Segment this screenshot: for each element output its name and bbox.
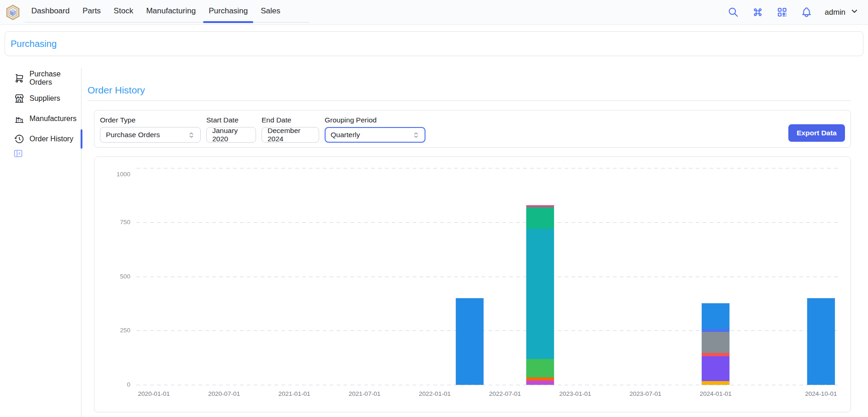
chevron-updown-icon	[188, 132, 195, 139]
end-date-input[interactable]: December 2024	[262, 127, 319, 143]
nav-tab-purchasing[interactable]: Purchasing	[202, 0, 254, 22]
top-navbar: DashboardPartsStockManufacturingPurchasi…	[0, 0, 868, 25]
bar-2024-10-01[interactable]	[807, 298, 835, 385]
bell-icon[interactable]	[800, 6, 812, 18]
x-axis-tick-label: 2024-10-01	[791, 390, 851, 397]
gridline-1000	[136, 168, 839, 168]
nav-tab-stock[interactable]: Stock	[107, 0, 140, 22]
bar-segment	[526, 359, 554, 377]
sidebar-item-purchase-orders[interactable]: Purchase Orders	[0, 68, 81, 88]
chart-area: 025050075010002020-01-012020-07-012021-0…	[94, 157, 851, 412]
page-title: Purchasing	[11, 39, 57, 49]
start-date-field: Start Date January 2020	[206, 116, 256, 143]
sidebar-items: Purchase OrdersSuppliersManufacturersOrd…	[0, 68, 81, 149]
bar-segment	[526, 229, 554, 359]
command-icon[interactable]	[751, 6, 763, 18]
y-axis-tick-label: 500	[94, 273, 130, 280]
end-date-field: End Date December 2024	[262, 116, 319, 143]
section-divider	[87, 100, 851, 101]
sidebar-item-label: Order History	[29, 135, 73, 143]
x-axis-tick-label: 2020-07-01	[194, 390, 255, 397]
chevron-down-icon	[850, 7, 859, 17]
y-axis-tick-label: 1000	[94, 171, 130, 178]
order-type-select[interactable]: Purchase Orders	[100, 127, 201, 143]
bar-segment	[702, 356, 729, 381]
bar-2022-10-01[interactable]	[526, 205, 554, 385]
end-date-label: End Date	[262, 116, 319, 124]
y-axis-tick-label: 0	[94, 381, 130, 388]
bar-segment	[807, 298, 835, 385]
user-name: admin	[825, 8, 845, 17]
filter-bar: Order Type Purchase Orders Start Date Ja…	[94, 110, 851, 148]
page-header: Purchasing	[5, 31, 863, 56]
user-menu[interactable]: admin	[825, 7, 859, 17]
content-panel: Order History Order Type Purchase Orders…	[82, 68, 868, 417]
shopping-cart-icon	[14, 73, 24, 83]
bar-segment	[702, 303, 729, 329]
app-logo[interactable]	[6, 5, 20, 20]
export-data-button[interactable]: Export Data	[788, 124, 845, 142]
gridline-250	[136, 330, 839, 331]
sidebar-item-suppliers[interactable]: Suppliers	[0, 88, 81, 109]
x-axis-tick-label: 2023-01-01	[545, 390, 606, 397]
x-axis-tick-label: 2022-07-01	[475, 390, 536, 397]
sidebar-item-label: Purchase Orders	[29, 70, 81, 87]
x-axis-tick-label: 2022-01-01	[404, 390, 465, 397]
bar-segment	[526, 377, 554, 381]
order-history-chart-card: 025050075010002020-01-012020-07-012021-0…	[94, 156, 851, 412]
x-axis-tick-label: 2021-01-01	[264, 390, 325, 397]
end-date-value: December 2024	[268, 127, 313, 143]
nav-tab-sales[interactable]: Sales	[254, 0, 287, 22]
chevron-updown-icon	[413, 132, 419, 139]
factory-icon	[14, 114, 24, 124]
navbar-actions: admin	[727, 6, 859, 18]
gridline-0	[136, 385, 839, 385]
x-axis-tick-label: 2024-01-01	[685, 390, 746, 397]
bar-2024-01-01[interactable]	[702, 303, 729, 385]
bar-segment	[702, 381, 729, 385]
bar-segment	[526, 207, 554, 229]
nav-tab-manufacturing[interactable]: Manufacturing	[140, 0, 202, 22]
order-type-label: Order Type	[100, 116, 201, 124]
section-title: Order History	[87, 85, 851, 96]
grouping-period-field: Grouping Period Quarterly	[325, 116, 425, 143]
x-axis-tick-label: 2020-01-01	[123, 390, 184, 397]
gridline-500	[136, 277, 839, 277]
x-axis-tick-label: 2021-07-01	[334, 390, 395, 397]
bar-segment	[702, 332, 729, 353]
bar-segment	[702, 353, 729, 356]
start-date-input[interactable]: January 2020	[206, 127, 256, 143]
sidebar-item-label: Suppliers	[29, 94, 60, 103]
nav-tabs: DashboardPartsStockManufacturingPurchasi…	[25, 0, 309, 23]
nav-tab-parts[interactable]: Parts	[76, 0, 107, 22]
grouping-period-value: Quarterly	[331, 131, 360, 139]
history-icon	[14, 134, 24, 144]
chart-plot	[136, 167, 839, 385]
nav-tab-dashboard[interactable]: Dashboard	[25, 0, 76, 22]
x-axis-tick-label: 2023-07-01	[615, 390, 676, 397]
sidebar-item-label: Manufacturers	[29, 115, 76, 123]
gridline-750	[136, 222, 839, 223]
start-date-label: Start Date	[206, 116, 256, 124]
bar-segment	[526, 381, 554, 385]
main-layout: Purchase OrdersSuppliersManufacturersOrd…	[0, 68, 868, 417]
search-icon[interactable]	[727, 6, 739, 18]
grouping-period-label: Grouping Period	[325, 116, 425, 124]
bar-2022-04-01[interactable]	[456, 298, 484, 385]
sidebar-collapse-icon[interactable]	[14, 151, 23, 159]
bar-segment	[456, 298, 484, 385]
sidebar-item-manufacturers[interactable]: Manufacturers	[0, 109, 81, 129]
start-date-value: January 2020	[212, 127, 250, 143]
order-type-field: Order Type Purchase Orders	[100, 116, 201, 143]
qrcode-scan-icon[interactable]	[776, 6, 788, 18]
y-axis-tick-label: 250	[94, 327, 130, 334]
grouping-period-select[interactable]: Quarterly	[325, 127, 425, 143]
y-axis-tick-label: 750	[94, 219, 130, 226]
order-type-value: Purchase Orders	[106, 131, 160, 139]
storefront-icon	[14, 93, 24, 104]
sidebar: Purchase OrdersSuppliersManufacturersOrd…	[0, 68, 82, 417]
sidebar-item-order-history[interactable]: Order History	[0, 129, 81, 149]
